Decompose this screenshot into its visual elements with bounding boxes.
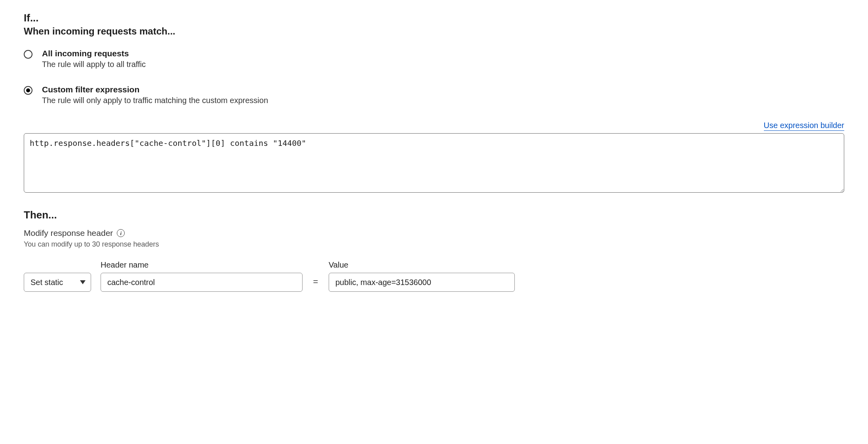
radio-icon: [24, 86, 32, 95]
header-config-row: Set static Header name = Value: [24, 260, 844, 292]
then-title: Then...: [24, 209, 844, 221]
radio-all-title: All incoming requests: [42, 49, 146, 58]
modify-hint: You can modify up to 30 response headers: [24, 240, 844, 249]
radio-custom-desc: The rule will only apply to traffic matc…: [42, 96, 268, 105]
then-section: Then... Modify response header i You can…: [24, 209, 844, 292]
equals-sign: =: [312, 277, 319, 292]
radio-custom-title: Custom filter expression: [42, 85, 268, 94]
radio-label-block: All incoming requests The rule will appl…: [42, 49, 146, 69]
radio-custom-filter[interactable]: Custom filter expression The rule will o…: [24, 85, 844, 105]
modify-response-header-label: Modify response header i: [24, 228, 844, 238]
header-name-input[interactable]: [101, 273, 303, 292]
use-expression-builder-link[interactable]: Use expression builder: [764, 121, 844, 131]
header-name-col: Header name: [101, 260, 303, 292]
radio-icon: [24, 50, 32, 59]
match-radio-group: All incoming requests The rule will appl…: [24, 49, 844, 105]
if-section: If... When incoming requests match... Al…: [24, 12, 844, 195]
header-name-label: Header name: [101, 260, 303, 270]
action-select[interactable]: Set static: [24, 273, 91, 292]
info-icon[interactable]: i: [117, 229, 125, 237]
radio-label-block: Custom filter expression The rule will o…: [42, 85, 268, 105]
if-subtitle: When incoming requests match...: [24, 26, 844, 37]
radio-all-incoming[interactable]: All incoming requests The rule will appl…: [24, 49, 844, 69]
modify-label-text: Modify response header: [24, 228, 113, 238]
if-title: If...: [24, 12, 844, 24]
header-value-col: Value: [329, 260, 515, 292]
header-value-input[interactable]: [329, 273, 515, 292]
action-select-wrap: Set static: [24, 273, 91, 292]
radio-all-desc: The rule will apply to all traffic: [42, 60, 146, 69]
builder-link-row: Use expression builder: [24, 121, 844, 131]
expression-input[interactable]: [24, 133, 844, 193]
header-value-label: Value: [329, 260, 515, 270]
action-select-col: Set static: [24, 260, 91, 292]
spacer-label: [24, 260, 91, 270]
